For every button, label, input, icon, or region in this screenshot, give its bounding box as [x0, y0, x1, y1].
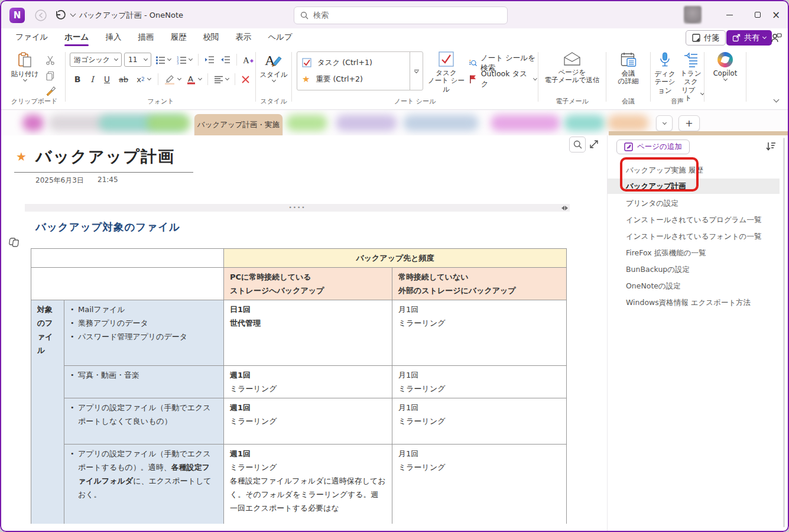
tab-history[interactable]: 履歴 — [163, 28, 193, 47]
page-item-selected[interactable]: バックアップ計画 — [608, 179, 780, 194]
tab-draw[interactable]: 描画 — [131, 28, 161, 47]
minimize-button[interactable] — [716, 1, 742, 28]
table-col-header-local[interactable]: PCに常時接続している ストレージへバックアップ — [224, 268, 392, 300]
blurred-section-tab[interactable] — [147, 115, 190, 131]
page-item[interactable]: プリンタの設定 — [608, 196, 780, 211]
table-cell-external[interactable]: 月1回 ミラーリング — [392, 398, 567, 445]
tab-review[interactable]: 校閲 — [196, 28, 226, 47]
table-cell-external[interactable]: 月1回 ミラーリング — [392, 366, 567, 398]
styles-button[interactable]: A スタイル — [259, 52, 288, 82]
add-section-button[interactable]: + — [678, 115, 700, 131]
font-name-select[interactable]: 游ゴシック — [70, 53, 122, 67]
italic-button[interactable]: I — [86, 72, 98, 86]
table-cell-empty[interactable] — [31, 268, 224, 300]
blurred-notebook-name[interactable] — [22, 115, 44, 131]
tab-home[interactable]: ホーム — [57, 28, 96, 47]
page-item[interactable]: Windows資格情報 エクスポート方法 — [608, 295, 780, 310]
delete-button[interactable] — [239, 72, 252, 86]
blurred-section-tab[interactable] — [608, 115, 649, 131]
outlook-tasks-button[interactable]: Outlook タスク — [469, 69, 537, 89]
note-move-handle[interactable]: •••• — [25, 204, 570, 212]
task-tag-button[interactable]: タスク ノート シール — [428, 51, 465, 93]
table-row-header[interactable]: 対象のファイル — [31, 300, 64, 524]
blurred-section-tab[interactable] — [564, 115, 605, 131]
undo-button[interactable] — [53, 8, 66, 21]
page-title[interactable]: バックアップ計画 — [35, 146, 175, 167]
onenote-app-icon[interactable]: N — [9, 8, 25, 23]
cut-button[interactable] — [44, 53, 57, 67]
share-button[interactable]: 共有 — [726, 30, 772, 46]
table-cell-local[interactable]: 週1回 ミラーリング — [224, 366, 392, 398]
table-cell-files[interactable]: アプリの設定ファイル（手動でエクスポートするもの）。適時、各種設定ファイルフォル… — [64, 445, 224, 524]
font-color-button[interactable]: A — [185, 72, 203, 86]
meeting-details-button[interactable]: 会議 の詳細 — [610, 52, 647, 86]
close-button[interactable]: × — [763, 1, 789, 28]
backup-table[interactable]: バックアップ先と頻度 PCに常時接続している ストレージへバックアップ 常時接続… — [31, 248, 567, 524]
tag-task[interactable]: タスク (Ctrl+1) — [302, 55, 405, 70]
tab-insert[interactable]: 挿入 — [98, 28, 128, 47]
back-button[interactable] — [34, 9, 47, 22]
content-heading[interactable]: バックアップ対象のファイル — [35, 220, 570, 234]
sticky-notes-button[interactable]: 付箋 — [686, 30, 726, 46]
underline-button[interactable]: U — [100, 72, 113, 86]
subscript-button[interactable]: x2 — [134, 72, 154, 86]
blurred-section-tab[interactable] — [403, 115, 479, 131]
active-section-tab[interactable]: バックアップ計画・実施 — [194, 114, 283, 135]
decrease-indent-button[interactable] — [203, 53, 216, 67]
transcribe-button[interactable]: トランスク リプト — [678, 52, 704, 103]
table-cell-files[interactable]: Mailファイル 業務アプリのデータ パスワード管理アプリのデータ — [64, 300, 224, 366]
copilot-button[interactable]: Copilot — [708, 52, 742, 80]
tab-help[interactable]: ヘルプ — [261, 28, 299, 47]
table-cell-local[interactable]: 日1回 世代管理 — [224, 300, 392, 366]
table-group-header[interactable]: バックアップ先と頻度 — [224, 249, 567, 268]
page-item[interactable]: OneNoteの設定 — [608, 278, 780, 294]
full-page-view-icon[interactable] — [589, 139, 599, 150]
table-cell-external[interactable]: 月1回 ミラーリング — [392, 300, 567, 366]
numbered-list-button[interactable]: 123 — [175, 53, 194, 67]
paragraph-alignment-button[interactable] — [212, 72, 230, 86]
table-cell-empty[interactable] — [31, 249, 224, 268]
user-avatar[interactable] — [684, 6, 702, 24]
sort-pages-icon[interactable] — [765, 141, 776, 151]
blurred-section-tab[interactable] — [491, 115, 560, 131]
bold-button[interactable]: B — [71, 72, 84, 86]
format-painter-button[interactable] — [44, 84, 58, 98]
dictate-button[interactable]: ディク テーション — [652, 52, 678, 95]
clear-formatting-button[interactable]: A — [241, 53, 256, 67]
note-container[interactable]: •••• バックアップ対象のファイル バックアップ先と頻度 PCに常時接続してい… — [25, 204, 570, 524]
quick-access-chevron-icon[interactable] — [70, 11, 76, 17]
highlight-button[interactable] — [163, 72, 183, 86]
section-list-chevron-button[interactable] — [656, 115, 673, 131]
table-cell-files[interactable]: 写真・動画・音楽 — [64, 366, 224, 398]
pages-stack-icon[interactable] — [8, 237, 20, 248]
table-col-header-external[interactable]: 常時接続していない 外部のストレージにバックアップ — [392, 268, 567, 300]
copy-button[interactable] — [44, 69, 57, 83]
font-size-select[interactable]: 11 — [124, 53, 151, 67]
blurred-section-tab[interactable] — [336, 115, 397, 131]
tag-important[interactable]: ★ 重要 (Ctrl+2) — [302, 72, 405, 87]
table-cell-external[interactable]: 月1回 ミラーリング — [392, 445, 567, 524]
search-input[interactable]: 検索 — [294, 7, 508, 24]
feedback-icon[interactable] — [770, 32, 782, 44]
tab-file[interactable]: ファイル — [8, 28, 55, 47]
page-item[interactable]: BunBackupの設定 — [608, 262, 780, 277]
page-canvas[interactable]: ★ バックアップ計画 2025年6月3日 21:45 •••• バックアップ対象… — [1, 135, 607, 531]
panel-scrollbar[interactable] — [783, 138, 785, 527]
tag-gallery-more-button[interactable] — [410, 52, 423, 90]
table-cell-local[interactable]: 週1回 ミラーリング 各種設定ファイルフォルダに適時保存しておく。そのフォルダを… — [224, 445, 392, 524]
strikethrough-button[interactable]: ab — [116, 72, 131, 86]
increase-indent-button[interactable] — [219, 53, 232, 67]
table-cell-local[interactable]: 週1回 ミラーリング — [224, 398, 392, 445]
bullet-list-button[interactable] — [154, 53, 173, 67]
paste-button[interactable]: 貼り付け — [9, 52, 40, 81]
page-item[interactable]: インストールされているプログラム一覧 — [608, 212, 780, 228]
resize-handle-icon[interactable] — [561, 206, 568, 210]
page-item[interactable]: FireFox 拡張機能の一覧 — [608, 245, 780, 261]
page-item[interactable]: バックアップ実施 履歴 — [608, 163, 780, 178]
page-zoom-button[interactable] — [569, 137, 586, 153]
page-item[interactable]: インストールされているフォントの一覧 — [608, 229, 780, 244]
tab-view[interactable]: 表示 — [228, 28, 258, 47]
ribbon-collapse-chevron-icon[interactable] — [774, 97, 780, 103]
table-cell-files[interactable]: アプリの設定ファイル（手動でエクスポートしなくて良いもの） — [64, 398, 224, 445]
blurred-section-tab[interactable] — [286, 115, 327, 131]
